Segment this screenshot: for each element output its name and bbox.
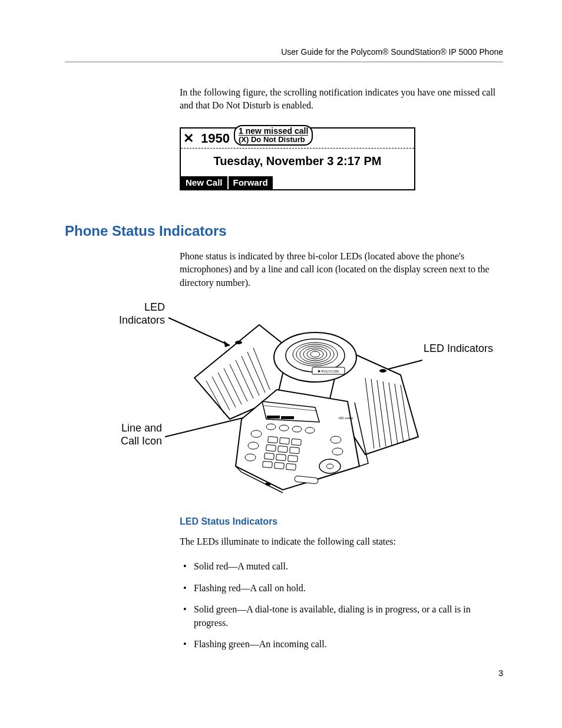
svg-rect-50 xyxy=(292,439,302,445)
svg-point-15 xyxy=(235,341,242,344)
led-states-list: Solid red—A muted call. Flashing red—A c… xyxy=(180,560,503,651)
dnd-x-icon: ✕ xyxy=(183,131,194,146)
svg-point-45 xyxy=(332,448,343,455)
phone-screen-figure: ✕ 1950 1 new missed call (X) Do Not Dist… xyxy=(180,127,415,190)
led-intro: The LEDs illuminate to indicate the foll… xyxy=(180,535,503,548)
screen-status-bar: ✕ 1950 1 new missed call (X) Do Not Dist… xyxy=(181,129,414,149)
svg-rect-51 xyxy=(266,444,276,451)
svg-rect-36 xyxy=(281,416,294,419)
page-number: 3 xyxy=(498,668,503,678)
svg-rect-55 xyxy=(276,454,286,460)
intro-paragraph: In the following figure, the scrolling n… xyxy=(180,86,503,113)
phone-illustration: ✱ POLYCOM xyxy=(165,301,459,496)
svg-point-42 xyxy=(248,442,259,449)
list-item: Solid green—A dial-tone is available, di… xyxy=(180,603,503,630)
extension-number: 1950 xyxy=(201,131,230,146)
missed-call-text: 1 new missed call xyxy=(239,127,308,136)
svg-point-23 xyxy=(379,369,386,373)
page-header: User Guide for the Polycom® SoundStation… xyxy=(65,47,503,62)
list-item: Solid red—A muted call. xyxy=(180,560,503,573)
softkey-forward: Forward xyxy=(229,176,274,189)
callout-led-left: LED Indicators xyxy=(118,301,165,327)
svg-rect-56 xyxy=(288,455,298,462)
svg-point-47 xyxy=(326,464,333,469)
svg-rect-52 xyxy=(278,446,288,452)
svg-rect-54 xyxy=(265,453,275,459)
svg-rect-59 xyxy=(286,463,296,470)
svg-text:HD voice: HD voice xyxy=(339,416,353,420)
svg-point-41 xyxy=(251,430,262,437)
sub-heading: LED Status Indicators xyxy=(180,516,503,527)
svg-point-43 xyxy=(245,454,256,461)
section-body: Phone status is indicated by three bi-co… xyxy=(180,250,503,289)
svg-line-0 xyxy=(168,318,230,345)
svg-rect-57 xyxy=(263,461,273,467)
list-item: Flashing red—A call on hold. xyxy=(180,582,503,595)
dnd-text: (X) Do Not Disturb xyxy=(239,136,308,143)
svg-point-38 xyxy=(279,425,289,431)
svg-rect-53 xyxy=(290,447,300,453)
list-item: Flashing green—An incoming call. xyxy=(180,638,503,651)
svg-point-40 xyxy=(305,427,315,433)
svg-rect-58 xyxy=(275,462,285,469)
svg-point-37 xyxy=(266,424,276,430)
svg-rect-48 xyxy=(268,436,278,443)
svg-rect-35 xyxy=(267,416,280,419)
svg-point-39 xyxy=(292,426,302,432)
softkey-new-call: New Call xyxy=(181,176,229,189)
phone-diagram: LED Indicators LED Indicators Line and C… xyxy=(65,301,503,499)
softkey-bar: New Call Forward xyxy=(181,176,414,189)
svg-rect-49 xyxy=(280,437,290,444)
svg-point-44 xyxy=(330,436,341,443)
screen-datetime: Tuesday, November 3 2:17 PM xyxy=(181,149,414,176)
svg-marker-1 xyxy=(224,341,230,347)
notification-bubble: 1 new missed call (X) Do Not Disturb xyxy=(234,125,313,146)
section-heading: Phone Status Indicators xyxy=(65,223,503,239)
svg-text:✱ POLYCOM: ✱ POLYCOM xyxy=(318,370,339,373)
callout-line-icon: Line and Call Icon xyxy=(118,422,162,447)
